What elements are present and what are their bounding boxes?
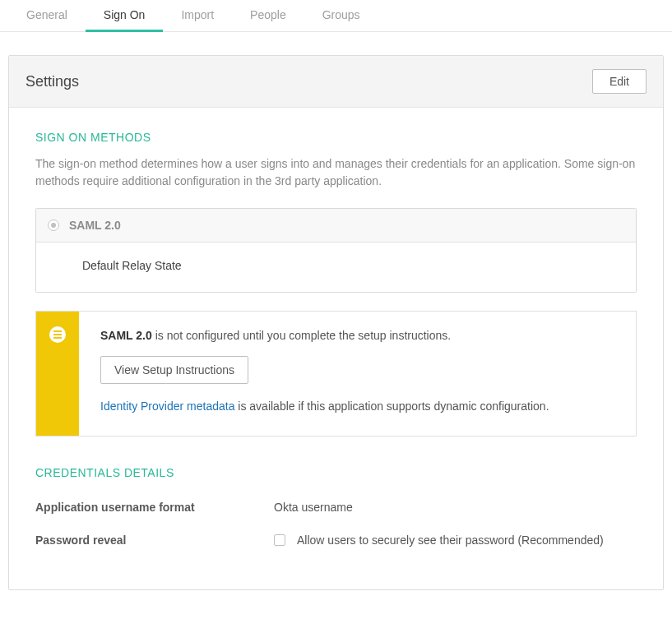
notice-line-1: SAML 2.0 is not configured until you com…: [100, 326, 618, 344]
saml-notice: SAML 2.0 is not configured until you com…: [35, 311, 637, 437]
username-format-value: Okta username: [274, 501, 353, 514]
credentials-details-heading: CREDENTIALS DETAILS: [35, 466, 637, 479]
notice-body: SAML 2.0 is not configured until you com…: [79, 312, 636, 436]
view-setup-instructions-button[interactable]: View Setup Instructions: [100, 356, 248, 384]
default-relay-state-label: Default Relay State: [82, 259, 182, 272]
tab-general[interactable]: General: [8, 0, 86, 31]
notice-text-2: is available if this application support…: [234, 400, 549, 413]
username-format-row: Application username format Okta usernam…: [35, 491, 637, 524]
sign-on-method-box: SAML 2.0 Default Relay State: [35, 208, 637, 293]
list-icon: [49, 326, 66, 343]
tab-people[interactable]: People: [232, 0, 304, 31]
username-format-label: Application username format: [35, 501, 274, 514]
panel-body: SIGN ON METHODS The sign-on method deter…: [9, 108, 663, 589]
method-content: Default Relay State: [36, 243, 636, 292]
sign-on-methods-heading: SIGN ON METHODS: [35, 131, 637, 144]
password-reveal-checkbox[interactable]: [274, 534, 285, 546]
password-reveal-checkbox-label: Allow users to securely see their passwo…: [297, 534, 604, 547]
notice-line-2: Identity Provider metadata is available …: [100, 397, 618, 415]
password-reveal-row: Password reveal Allow users to securely …: [35, 524, 637, 557]
notice-text-1: is not configured until you complete the…: [152, 329, 451, 342]
tabs: General Sign On Import People Groups: [0, 0, 672, 32]
tab-import[interactable]: Import: [163, 0, 232, 31]
panel-title: Settings: [25, 73, 79, 90]
edit-button[interactable]: Edit: [592, 69, 647, 94]
notice-bold: SAML 2.0: [100, 329, 152, 342]
identity-provider-metadata-link[interactable]: Identity Provider metadata: [100, 400, 234, 413]
password-reveal-label: Password reveal: [35, 534, 274, 547]
password-reveal-control: Allow users to securely see their passwo…: [274, 534, 604, 547]
notice-icon-column: [36, 312, 79, 436]
method-name: SAML 2.0: [69, 219, 121, 232]
radio-icon: [48, 219, 59, 231]
panel-header: Settings Edit: [9, 56, 663, 108]
tab-groups[interactable]: Groups: [304, 0, 378, 31]
method-header[interactable]: SAML 2.0: [36, 209, 636, 243]
settings-panel: Settings Edit SIGN ON METHODS The sign-o…: [8, 55, 664, 590]
sign-on-methods-description: The sign-on method determines how a user…: [35, 155, 637, 190]
tab-sign-on[interactable]: Sign On: [86, 0, 164, 31]
